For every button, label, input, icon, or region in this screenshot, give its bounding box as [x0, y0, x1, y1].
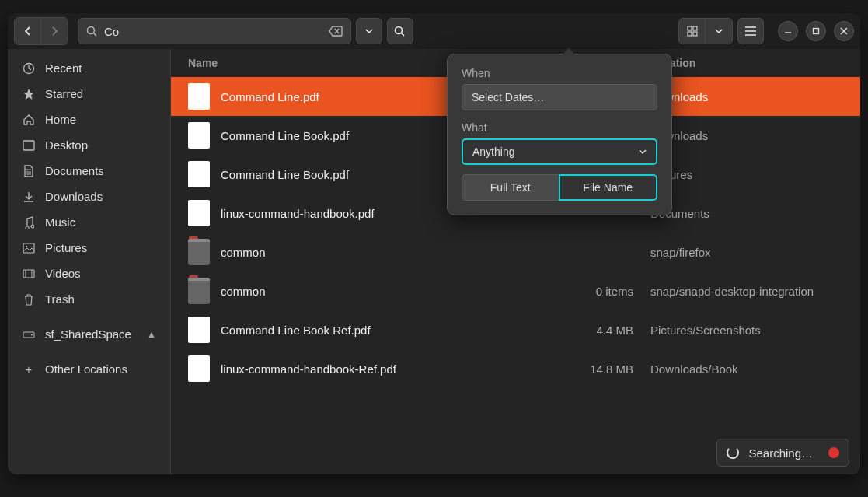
- maximize-button[interactable]: [806, 21, 826, 41]
- eject-icon[interactable]: ▲: [147, 329, 156, 340]
- full-text-button[interactable]: Full Text: [462, 174, 559, 201]
- clear-search-icon[interactable]: [329, 26, 343, 37]
- sidebar: RecentStarredHomeDesktopDocumentsDownloa…: [8, 49, 171, 474]
- hamburger-menu-button[interactable]: [737, 18, 764, 44]
- status-text: Searching…: [748, 446, 813, 460]
- desktop-icon: [22, 140, 36, 151]
- sidebar-item-starred[interactable]: Starred: [8, 81, 170, 107]
- sidebar-item-label: Videos: [45, 267, 81, 280]
- music-icon: [22, 216, 36, 229]
- svg-point-23: [26, 245, 27, 247]
- doc-icon: [22, 165, 36, 177]
- status-bar: Searching…: [716, 439, 849, 467]
- file-name: common: [221, 285, 556, 298]
- folder-icon: [188, 239, 210, 265]
- file-row[interactable]: Command Line Book Ref.pdf4.4 MBPictures/…: [171, 310, 860, 349]
- close-button[interactable]: [834, 21, 854, 41]
- download-icon: [22, 191, 36, 203]
- svg-rect-22: [23, 243, 34, 253]
- search-filter-popover: When Select Dates… What Anything Full Te…: [447, 54, 672, 215]
- select-dates-button[interactable]: Select Dates…: [462, 84, 657, 110]
- file-size: 0 items: [556, 285, 633, 298]
- svg-point-4: [396, 26, 403, 33]
- video-icon: [22, 269, 36, 278]
- svg-rect-18: [23, 141, 34, 150]
- grid-view-button[interactable]: [679, 19, 706, 44]
- sidebar-item-music[interactable]: Music: [8, 209, 170, 235]
- svg-rect-8: [688, 32, 692, 36]
- search-icon: [86, 26, 98, 37]
- svg-rect-7: [693, 26, 697, 30]
- search-bar[interactable]: [78, 18, 351, 44]
- search-dropdown-button[interactable]: [356, 18, 382, 44]
- file-row[interactable]: commonsnap/firefox: [171, 233, 860, 271]
- when-label: When: [462, 67, 657, 79]
- file-name: linux-command-handbook-Ref.pdf: [221, 362, 556, 376]
- svg-point-0: [88, 26, 95, 33]
- file-name: common: [221, 246, 556, 259]
- titlebar: [8, 13, 860, 49]
- home-icon: [22, 114, 36, 126]
- what-label: What: [462, 121, 657, 134]
- sidebar-item-label: Music: [45, 215, 75, 229]
- search-toggle-button[interactable]: [387, 18, 413, 44]
- file-location: snap/firefox: [633, 246, 843, 259]
- sidebar-item-label: Documents: [45, 164, 104, 177]
- pdf-thumbnail-icon: [188, 122, 210, 149]
- plus-icon: +: [22, 362, 36, 376]
- sidebar-item-label: Trash: [45, 292, 75, 306]
- folder-icon: [188, 278, 210, 304]
- chevron-down-icon: [639, 149, 647, 154]
- sidebar-other-locations[interactable]: + Other Locations: [8, 356, 170, 382]
- nav-group: [14, 17, 68, 45]
- file-name-button[interactable]: File Name: [559, 174, 658, 201]
- file-location: Pictures/Screenshots: [633, 324, 843, 337]
- sidebar-item-trash[interactable]: Trash: [8, 286, 170, 312]
- sidebar-item-home[interactable]: Home: [8, 107, 170, 132]
- pdf-thumbnail-icon: [188, 200, 210, 226]
- search-input[interactable]: [104, 25, 322, 38]
- svg-point-28: [31, 334, 33, 335]
- file-location: snap/snapd-desktop-integration: [633, 285, 843, 298]
- sidebar-item-pictures[interactable]: Pictures: [8, 235, 170, 261]
- pdf-thumbnail-icon: [188, 317, 210, 343]
- clock-icon: [22, 62, 36, 75]
- sidebar-item-documents[interactable]: Documents: [8, 158, 170, 184]
- sidebar-mount-label: sf_SharedSpace: [45, 327, 131, 341]
- sidebar-mount[interactable]: sf_SharedSpace ▲: [8, 321, 170, 347]
- svg-rect-14: [814, 29, 819, 34]
- pdf-thumbnail-icon: [188, 83, 210, 110]
- back-button[interactable]: [15, 18, 41, 44]
- pdf-thumbnail-icon: [188, 161, 210, 187]
- file-row[interactable]: common0 itemssnap/snapd-desktop-integrat…: [171, 271, 860, 310]
- sidebar-item-label: Desktop: [45, 138, 88, 152]
- file-location: Downloads/Book: [633, 362, 843, 376]
- sidebar-item-recent[interactable]: Recent: [8, 55, 170, 81]
- svg-rect-9: [693, 32, 697, 36]
- svg-line-1: [94, 33, 97, 36]
- file-size: 14.8 MB: [556, 362, 633, 376]
- file-name: Command Line Book Ref.pdf: [221, 324, 556, 337]
- star-icon: [22, 88, 36, 100]
- sidebar-item-label: Starred: [45, 87, 83, 100]
- sidebar-item-label: Recent: [45, 61, 82, 75]
- record-icon: [828, 447, 839, 458]
- type-filter-dropdown[interactable]: Anything: [462, 138, 657, 165]
- sidebar-item-label: Downloads: [45, 190, 103, 203]
- sidebar-item-videos[interactable]: Videos: [8, 261, 170, 286]
- forward-button[interactable]: [41, 18, 68, 44]
- image-icon: [22, 243, 36, 254]
- spinner-icon: [727, 446, 739, 459]
- minimize-button[interactable]: [778, 21, 798, 41]
- sidebar-item-desktop[interactable]: Desktop: [8, 132, 170, 158]
- svg-rect-24: [23, 270, 34, 278]
- sidebar-item-downloads[interactable]: Downloads: [8, 184, 170, 209]
- pdf-thumbnail-icon: [188, 355, 210, 382]
- file-size: 4.4 MB: [556, 324, 633, 337]
- sidebar-item-label: Home: [45, 113, 76, 126]
- sidebar-item-label: Pictures: [45, 241, 87, 254]
- view-dropdown-button[interactable]: [706, 19, 732, 44]
- file-row[interactable]: linux-command-handbook-Ref.pdf14.8 MBDow…: [171, 349, 860, 388]
- sidebar-other-label: Other Locations: [45, 362, 127, 376]
- drive-icon: [22, 330, 36, 339]
